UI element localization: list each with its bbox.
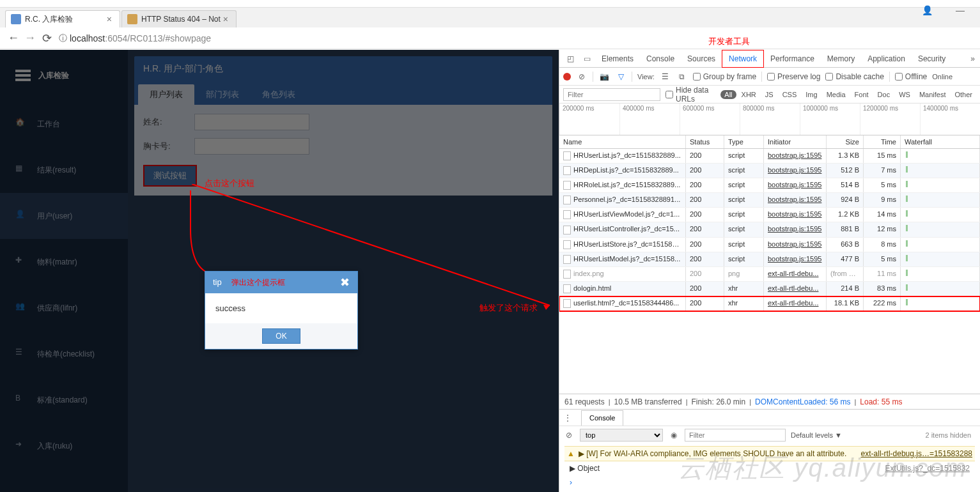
network-row[interactable]: HRUserListController.js?_dc=15...200scri…	[559, 222, 980, 237]
summary-load: Load: 55 ms	[860, 397, 902, 406]
ok-button[interactable]: OK	[262, 328, 300, 344]
levels-select[interactable]: Default levels ▼	[791, 431, 842, 439]
col-initiator[interactable]: Initiator	[764, 135, 827, 148]
tab-title: HTTP Status 404 – Not	[141, 15, 221, 24]
summary-requests: 61 requests	[564, 397, 605, 406]
dialog-footer: OK	[205, 323, 357, 349]
file-icon	[563, 284, 571, 293]
filter-chip-xhr[interactable]: XHR	[738, 90, 760, 99]
clear-icon[interactable]: ⊘	[576, 72, 587, 81]
col-size[interactable]: Size	[827, 135, 864, 148]
account-icon[interactable]: 👤	[922, 5, 933, 15]
network-row[interactable]: dologin.html200xhrext-all-rtl-debu...214…	[559, 282, 980, 296]
list-view-icon[interactable]: ☰	[660, 72, 671, 81]
timeline-tick: 200000 ms	[559, 104, 619, 135]
minimize-icon[interactable]: —	[956, 5, 965, 15]
network-row[interactable]: HRUserList.js?_dc=1515832889...200script…	[559, 149, 980, 164]
camera-icon[interactable]: 📷	[598, 72, 610, 81]
context-select[interactable]: top	[580, 429, 663, 442]
group-checkbox[interactable]: Group by frame	[693, 72, 756, 81]
file-icon	[563, 270, 571, 279]
close-icon[interactable]: ×	[104, 14, 114, 24]
watermark: 云栖社区 yq.aliyun.com	[678, 450, 967, 486]
url-field[interactable]: ⓘ localhost:6054/RC0113/#showpage	[59, 33, 975, 44]
filter-input[interactable]	[563, 88, 660, 101]
filter-icon[interactable]: ▽	[615, 72, 626, 81]
col-type[interactable]: Type	[724, 135, 764, 148]
eye-icon[interactable]: ◉	[668, 431, 680, 440]
devtools-tab-application[interactable]: Application	[861, 50, 912, 68]
network-summary: 61 requests | 10.5 MB transferred | Fini…	[559, 394, 980, 409]
table-header: Name Status Type Initiator Size Time Wat…	[559, 135, 980, 149]
network-row[interactable]: userlist.html?_dc=15158344486...200xhrex…	[559, 296, 980, 311]
filter-chip-font[interactable]: Font	[851, 90, 873, 99]
frame-view-icon[interactable]: ⧉	[676, 72, 688, 81]
browser-tabs: R.C. 入库检验 × HTTP Status 404 – Not × 👤 — …	[0, 8, 980, 27]
favicon-icon	[127, 14, 137, 24]
filter-chip-manifest[interactable]: Manifest	[915, 90, 950, 99]
col-time[interactable]: Time	[864, 135, 901, 148]
filter-chip-css[interactable]: CSS	[779, 90, 801, 99]
network-row[interactable]: HRUserListModel.js?_dc=15158...200script…	[559, 252, 980, 267]
close-icon[interactable]: ×	[221, 14, 231, 24]
online-label[interactable]: Online	[932, 73, 953, 81]
dialog-body: success	[205, 293, 357, 323]
back-button[interactable]: ←	[5, 30, 22, 47]
console-tab[interactable]: Console	[581, 410, 623, 426]
col-waterfall[interactable]: Waterfall	[901, 135, 980, 148]
devtools-tab-memory[interactable]: Memory	[821, 50, 861, 68]
offline-checkbox[interactable]: Offline	[895, 72, 927, 81]
network-row[interactable]: HRRoleList.js?_dc=1515832889...200script…	[559, 178, 980, 193]
devtools-tab-elements[interactable]: Elements	[595, 50, 640, 68]
col-name[interactable]: Name	[559, 135, 686, 148]
preserve-checkbox[interactable]: Preserve log	[767, 72, 820, 81]
devtools-tab-performance[interactable]: Performance	[764, 50, 821, 68]
filter-chip-media[interactable]: Media	[823, 90, 850, 99]
info-icon[interactable]: ⓘ	[59, 33, 67, 44]
window-titlebar	[0, 0, 980, 8]
address-bar: ← → ⟳ ⓘ localhost:6054/RC0113/#showpage	[0, 27, 980, 49]
network-row[interactable]: Personnel.js?_dc=15158328891...200script…	[559, 193, 980, 208]
device-icon[interactable]: ▭	[579, 51, 595, 66]
reload-button[interactable]: ⟳	[38, 30, 55, 47]
filter-chip-doc[interactable]: Doc	[874, 90, 894, 99]
clear-console-icon[interactable]: ⊘	[563, 431, 575, 440]
network-toolbar: ⊘ 📷 ▽ View: ☰ ⧉ Group by frame Preserve …	[559, 68, 980, 86]
devtools-tab-network[interactable]: Network	[722, 50, 764, 68]
console-filter-input[interactable]	[685, 429, 786, 442]
timeline-tick: 1200000 ms	[860, 104, 920, 135]
filter-chip-js[interactable]: JS	[761, 90, 777, 99]
file-icon	[563, 181, 571, 190]
record-icon[interactable]	[563, 73, 571, 81]
browser-tab-1[interactable]: HTTP Status 404 – Not ×	[121, 10, 237, 27]
browser-tab-0[interactable]: R.C. 入库检验 ×	[5, 10, 120, 27]
devtools-tab-console[interactable]: Console	[640, 50, 681, 68]
timeline-tick: 800000 ms	[740, 104, 800, 135]
devtools-tab-security[interactable]: Security	[912, 50, 952, 68]
hide-urls-checkbox[interactable]: Hide data URLs	[665, 86, 715, 104]
dialog-header[interactable]: tip 弹出这个提示框 ✖	[205, 272, 357, 293]
timeline[interactable]: 200000 ms400000 ms600000 ms800000 ms1000…	[559, 104, 980, 135]
network-row[interactable]: HRDepList.js?_dc=1515832889...200scriptb…	[559, 164, 980, 178]
network-row[interactable]: HRUserListStore.js?_dc=151583...200scrip…	[559, 238, 980, 252]
disable-cache-checkbox[interactable]: Disable cache	[825, 72, 883, 81]
filter-chip-all[interactable]: All	[720, 90, 736, 99]
timeline-tick: 600000 ms	[680, 104, 740, 135]
filter-chip-other[interactable]: Other	[951, 90, 976, 99]
filter-chip-ws[interactable]: WS	[895, 90, 914, 99]
devtools-tab-sources[interactable]: Sources	[681, 50, 722, 68]
timeline-tick: 1000000 ms	[800, 104, 860, 135]
inspect-icon[interactable]: ◰	[562, 51, 579, 66]
favicon-icon	[11, 14, 21, 24]
network-row[interactable]: index.png200pngext-all-rtl-debu...(from …	[559, 267, 980, 282]
file-icon	[563, 196, 571, 204]
forward-button: →	[22, 30, 38, 47]
more-icon[interactable]: »	[965, 54, 980, 63]
drawer-menu-icon[interactable]: ⋮	[559, 410, 576, 426]
filter-chip-img[interactable]: Img	[802, 90, 821, 99]
tip-dialog: tip 弹出这个提示框 ✖ success OK	[205, 271, 358, 350]
file-icon	[563, 151, 571, 160]
col-status[interactable]: Status	[686, 135, 724, 148]
network-row[interactable]: HRUserListViewModel.js?_dc=1...200script…	[559, 208, 980, 222]
close-icon[interactable]: ✖	[340, 275, 350, 289]
